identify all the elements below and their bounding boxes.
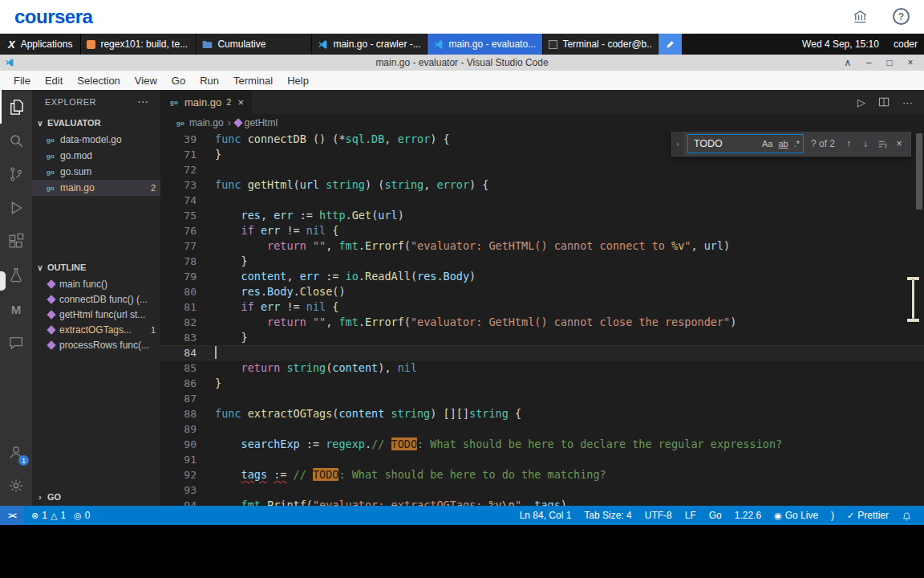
eol-indicator[interactable]: LF [681,510,700,521]
code-line-90[interactable]: 90 searchExp := regexp.// TODO: What sho… [160,437,924,452]
code-line-93[interactable]: 93 [160,482,924,498]
taskbar-window-1[interactable]: regex101: build, te... [81,34,197,55]
code-line-85[interactable]: 85 return string(content), nil [160,360,924,376]
split-editor-icon[interactable] [878,96,890,108]
file-go.sum[interactable]: gogo.sum [32,164,160,180]
activity-comments[interactable] [0,326,32,360]
tab-size-indicator[interactable]: Tab Size: 4 [580,510,635,521]
breadcrumb-getHtml[interactable]: getHtml [235,117,278,128]
help-icon[interactable]: ? [893,8,910,25]
activity-extension-m[interactable]: M [0,292,32,326]
code-line-89[interactable]: 89 [160,421,924,437]
scrollbar-thumb[interactable] [916,133,922,210]
problems-indicator[interactable]: ⊗ 1 △ 1 [27,510,70,521]
taskbar-clock[interactable]: Wed 4 Sep, 15:10 [802,39,879,50]
whole-word-icon[interactable]: ab [778,139,788,149]
code-line-72[interactable]: 72 [160,162,924,177]
activity-search[interactable] [0,124,32,157]
find-input[interactable]: TODO Aa ab .* [687,134,804,153]
cursor-position[interactable]: Ln 84, Col 1 [516,510,576,521]
minimize-button[interactable]: – [860,57,877,68]
close-button[interactable]: × [902,57,919,68]
activity-run-debug[interactable] [0,191,32,225]
go-version[interactable]: 1.22.6 [731,510,765,521]
go-live-button[interactable]: ◉ Go Live [770,510,822,521]
find-prev-icon[interactable]: ↑ [842,138,855,149]
code-line-81[interactable]: 81 if err != nil { [160,299,924,315]
taskbar-window-5[interactable]: Terminal - coder@b... [543,34,659,55]
code-line-82[interactable]: 82 return "", fmt.Errorf("evaluator: Get… [160,315,924,330]
code-line-79[interactable]: 79 content, err := io.ReadAll(res.Body) [160,269,924,284]
menu-terminal[interactable]: Terminal [226,75,280,87]
ports-indicator[interactable]: ◎ 0 [70,510,94,521]
code-line-80[interactable]: 80 res.Body.Close() [160,284,924,299]
more-actions-icon[interactable]: ··· [138,97,149,107]
notifications-bell[interactable] [898,511,916,521]
file-main.go[interactable]: gomain.go2 [32,180,160,196]
code-line-77[interactable]: 77 return "", fmt.Errorf("evaluator: Get… [160,238,924,254]
find-next-icon[interactable]: ↓ [859,138,872,149]
run-button[interactable]: ▷ [857,96,865,108]
tab-main-go[interactable]: go main.go 2 × [160,90,253,114]
language-mode[interactable]: Go [705,510,726,521]
file-data-model.go[interactable]: godata-model.go [32,132,160,148]
outline-section-header[interactable]: ∨ OUTLINE [32,258,160,276]
code-line-78[interactable]: 78 } [160,254,924,269]
activity-source-control[interactable] [0,157,32,191]
code-line-91[interactable]: 91 [160,452,924,467]
find-expand-icon[interactable]: › [672,132,683,156]
code-line-92[interactable]: 92 tags := // TODO: What should be here … [160,467,924,482]
menu-edit[interactable]: Edit [38,75,70,87]
outline-item[interactable]: getHtml func(url st... [32,307,160,322]
breadcrumb-main.go[interactable]: gomain.go [175,117,224,128]
menu-run[interactable]: Run [192,75,226,87]
taskbar-window-4[interactable]: main.go - evaluato... [428,34,543,55]
chevron-up-icon[interactable]: ∧ [839,57,857,68]
institution-icon[interactable] [851,8,869,26]
outline-item[interactable]: extractOGTags...1 [32,322,160,337]
activity-explorer[interactable] [0,90,32,124]
menu-selection[interactable]: Selection [70,75,127,87]
code-line-76[interactable]: 76 if err != nil { [160,223,924,238]
applications-menu[interactable]: X Applications [0,34,81,55]
find-in-selection-icon[interactable] [876,139,889,149]
code-line-86[interactable]: 86} [160,376,924,391]
find-close-icon[interactable]: × [893,138,906,149]
code-line-94[interactable]: 94 fmt.Printf("evaluator: extractOGTags:… [160,498,924,506]
code-line-88[interactable]: 88func extractOGTags(content string) [][… [160,406,924,421]
outline-item[interactable]: main func() [32,276,160,291]
taskbar-window-6[interactable] [659,34,683,55]
activity-account[interactable]: 1 [0,435,32,469]
encoding-indicator[interactable]: UTF-8 [641,510,676,521]
menu-go[interactable]: Go [164,75,192,87]
outline-item[interactable]: connectDB func() (... [32,291,160,307]
code-line-73[interactable]: 73func getHtml(url string) (string, erro… [160,177,924,193]
taskbar-window-2[interactable]: Cumulative [197,34,312,55]
activity-settings[interactable] [0,469,32,503]
prettier-indicator[interactable]: ✓ Prettier [843,510,893,521]
taskbar-window-3[interactable]: main.go - crawler -... [312,34,428,55]
more-actions-icon[interactable]: ··· [902,96,913,108]
side-panel-handle[interactable] [0,271,6,291]
code-line-75[interactable]: 75 res, err := http.Get(url) [160,208,924,223]
sidebar-header: EXPLORER ··· [32,90,160,114]
regex-icon[interactable]: .* [794,139,800,149]
outline-item[interactable]: processRows func(... [32,337,160,352]
maximize-button[interactable]: □ [881,57,898,68]
code-line-83[interactable]: 83 } [160,330,924,345]
code-area[interactable]: 39func connectDB () (*sql.DB, error) {71… [160,132,924,506]
menu-view[interactable]: View [128,75,164,87]
menu-help[interactable]: Help [280,75,316,87]
remote-indicator[interactable]: >< [0,506,24,525]
code-token: if [241,300,261,313]
close-icon[interactable]: × [237,96,244,108]
code-line-87[interactable]: 87 [160,391,924,406]
code-line-84[interactable]: 84 [160,345,924,360]
go-section-header[interactable]: › GO [32,488,160,506]
code-line-74[interactable]: 74 [160,193,924,208]
file-go.mod[interactable]: gogo.mod [32,148,160,164]
match-case-icon[interactable]: Aa [762,139,772,149]
menu-file[interactable]: File [6,75,38,87]
project-section-header[interactable]: ∨ EVALUATOR [32,114,160,132]
activity-extensions[interactable] [0,225,32,258]
